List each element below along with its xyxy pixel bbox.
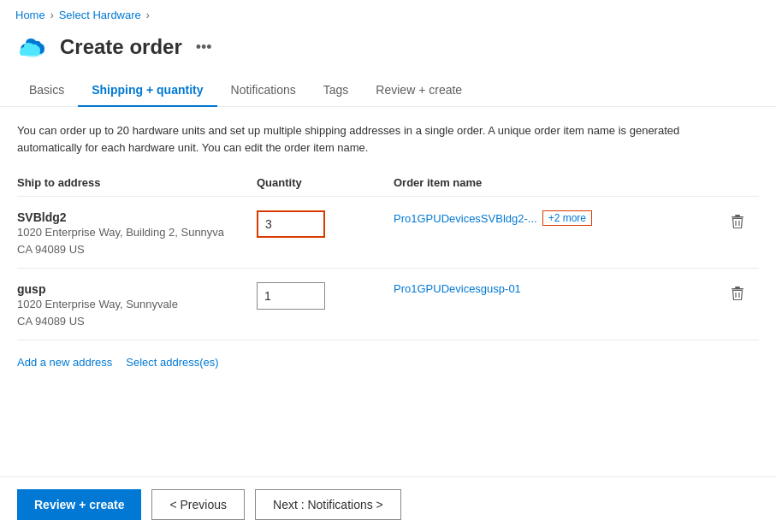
add-new-address-link[interactable]: Add a new address bbox=[17, 356, 112, 369]
tabs-container: Basics Shipping + quantity Notifications… bbox=[0, 74, 776, 107]
order-names-2: Pro1GPUDevicesgusp-01 bbox=[394, 282, 716, 295]
address-block-1: SVBldg2 1020 Enterprise Way, Building 2,… bbox=[17, 210, 257, 257]
order-link-1[interactable]: Pro1GPUDevicesSVBldg2-... bbox=[394, 212, 537, 225]
col-order-item-name: Order item name bbox=[394, 176, 716, 189]
delete-button-1[interactable] bbox=[716, 210, 759, 229]
tab-shipping[interactable]: Shipping + quantity bbox=[78, 74, 216, 107]
address-line1-2: 1020 Enterprise Way, Sunnyvale bbox=[17, 296, 257, 313]
address-block-2: gusp 1020 Enterprise Way, Sunnyvale CA 9… bbox=[17, 282, 257, 329]
select-addresses-link[interactable]: Select address(es) bbox=[126, 356, 218, 369]
breadcrumb-home[interactable]: Home bbox=[15, 9, 45, 21]
address-line2-2: CA 94089 US bbox=[17, 313, 257, 330]
breadcrumb-sep2: › bbox=[146, 9, 150, 21]
quantity-cell-1 bbox=[257, 210, 394, 238]
page-title: Create order bbox=[60, 35, 182, 59]
table-header: Ship to address Quantity Order item name bbox=[17, 176, 759, 197]
content-area: You can order up to 20 hardware units an… bbox=[0, 107, 776, 393]
tab-basics[interactable]: Basics bbox=[15, 74, 78, 107]
bottom-bar: Review + create < Previous Next : Notifi… bbox=[0, 476, 776, 532]
breadcrumb-sep1: › bbox=[50, 9, 54, 21]
cloud-icon bbox=[15, 30, 50, 64]
quantity-input-2[interactable] bbox=[257, 282, 325, 310]
order-names-1: Pro1GPUDevicesSVBldg2-... +2 more bbox=[394, 210, 716, 226]
footer-links: Add a new address Select address(es) bbox=[17, 356, 759, 375]
quantity-cell-2 bbox=[257, 282, 394, 310]
more-badge-1[interactable]: +2 more bbox=[542, 210, 592, 226]
tab-review-create[interactable]: Review + create bbox=[362, 74, 476, 107]
svg-rect-1 bbox=[735, 215, 740, 216]
svg-rect-6 bbox=[732, 288, 743, 290]
more-options-icon[interactable]: ••• bbox=[196, 38, 212, 56]
col-ship-to-address: Ship to address bbox=[17, 176, 257, 189]
next-notifications-button[interactable]: Next : Notifications > bbox=[255, 489, 401, 520]
previous-button[interactable]: < Previous bbox=[151, 489, 245, 520]
order-link-2[interactable]: Pro1GPUDevicesgusp-01 bbox=[394, 282, 521, 295]
table-row: SVBldg2 1020 Enterprise Way, Building 2,… bbox=[17, 197, 759, 269]
table-row: gusp 1020 Enterprise Way, Sunnyvale CA 9… bbox=[17, 269, 759, 340]
address-line2-1: CA 94089 US bbox=[17, 241, 257, 258]
address-name-1: SVBldg2 bbox=[17, 210, 257, 224]
tab-notifications[interactable]: Notifications bbox=[217, 74, 310, 107]
quantity-input-1[interactable] bbox=[257, 210, 325, 238]
svg-rect-2 bbox=[732, 216, 743, 218]
review-create-button[interactable]: Review + create bbox=[17, 489, 141, 520]
tab-tags[interactable]: Tags bbox=[310, 74, 363, 107]
svg-rect-5 bbox=[735, 287, 740, 288]
breadcrumb-select-hardware[interactable]: Select Hardware bbox=[59, 9, 141, 21]
description-text: You can order up to 20 hardware units an… bbox=[17, 122, 702, 156]
delete-button-2[interactable] bbox=[716, 282, 759, 301]
col-quantity: Quantity bbox=[257, 176, 394, 189]
breadcrumb: Home › Select Hardware › bbox=[0, 0, 776, 27]
address-line1-1: 1020 Enterprise Way, Building 2, Sunnyva bbox=[17, 224, 257, 241]
page-header: Create order ••• bbox=[0, 27, 776, 74]
address-name-2: gusp bbox=[17, 282, 257, 296]
